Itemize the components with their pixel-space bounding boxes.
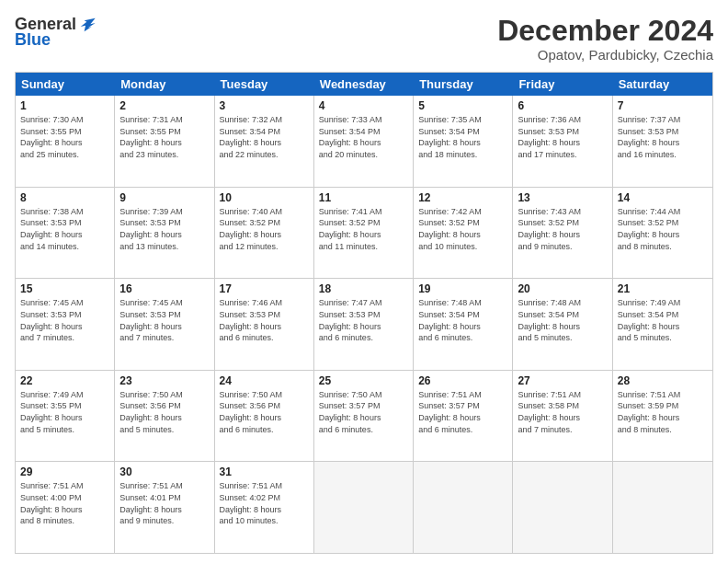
- calendar-cell: 18Sunrise: 7:47 AM Sunset: 3:53 PM Dayli…: [314, 279, 414, 370]
- calendar-cell: [613, 462, 712, 553]
- day-number: 29: [20, 465, 109, 478]
- day-info: Sunrise: 7:35 AM Sunset: 3:54 PM Dayligh…: [418, 114, 507, 160]
- calendar-cell: 29Sunrise: 7:51 AM Sunset: 4:00 PM Dayli…: [16, 462, 115, 553]
- calendar-row: 29Sunrise: 7:51 AM Sunset: 4:00 PM Dayli…: [16, 462, 712, 553]
- header-monday: Monday: [115, 73, 214, 96]
- day-info: Sunrise: 7:50 AM Sunset: 3:56 PM Dayligh…: [220, 389, 309, 435]
- month-title: December 2024: [497, 15, 713, 47]
- day-number: 12: [418, 191, 507, 204]
- day-info: Sunrise: 7:41 AM Sunset: 3:52 PM Dayligh…: [319, 206, 408, 252]
- day-number: 8: [20, 191, 109, 204]
- calendar-cell: [414, 462, 513, 553]
- calendar: Sunday Monday Tuesday Wednesday Thursday…: [15, 72, 713, 554]
- day-info: Sunrise: 7:49 AM Sunset: 3:54 PM Dayligh…: [618, 297, 708, 343]
- day-number: 17: [220, 282, 309, 295]
- day-info: Sunrise: 7:51 AM Sunset: 4:01 PM Dayligh…: [119, 480, 209, 526]
- calendar-cell: 14Sunrise: 7:44 AM Sunset: 3:52 PM Dayli…: [613, 188, 712, 279]
- title-block: December 2024 Opatov, Pardubicky, Czechi…: [497, 15, 713, 63]
- day-info: Sunrise: 7:32 AM Sunset: 3:54 PM Dayligh…: [220, 114, 309, 160]
- calendar-cell: 8Sunrise: 7:38 AM Sunset: 3:53 PM Daylig…: [16, 188, 115, 279]
- day-number: 4: [319, 99, 408, 112]
- day-info: Sunrise: 7:33 AM Sunset: 3:54 PM Dayligh…: [319, 114, 408, 160]
- day-number: 25: [319, 374, 408, 387]
- day-number: 27: [518, 374, 607, 387]
- day-number: 20: [518, 282, 607, 295]
- day-number: 5: [418, 99, 507, 112]
- day-info: Sunrise: 7:50 AM Sunset: 3:56 PM Dayligh…: [119, 389, 209, 435]
- day-info: Sunrise: 7:31 AM Sunset: 3:55 PM Dayligh…: [119, 114, 209, 160]
- calendar-cell: 12Sunrise: 7:42 AM Sunset: 3:52 PM Dayli…: [414, 188, 513, 279]
- day-info: Sunrise: 7:36 AM Sunset: 3:53 PM Dayligh…: [518, 114, 607, 160]
- day-info: Sunrise: 7:40 AM Sunset: 3:52 PM Dayligh…: [220, 206, 309, 252]
- svg-marker-0: [81, 17, 96, 31]
- calendar-row: 22Sunrise: 7:49 AM Sunset: 3:55 PM Dayli…: [16, 371, 712, 463]
- day-number: 22: [20, 374, 109, 387]
- day-info: Sunrise: 7:38 AM Sunset: 3:53 PM Dayligh…: [20, 206, 109, 252]
- header-thursday: Thursday: [414, 73, 513, 96]
- day-info: Sunrise: 7:44 AM Sunset: 3:52 PM Dayligh…: [618, 206, 708, 252]
- calendar-cell: 24Sunrise: 7:50 AM Sunset: 3:56 PM Dayli…: [215, 371, 314, 462]
- calendar-cell: 11Sunrise: 7:41 AM Sunset: 3:52 PM Dayli…: [314, 188, 414, 279]
- day-info: Sunrise: 7:42 AM Sunset: 3:52 PM Dayligh…: [418, 206, 507, 252]
- day-number: 11: [319, 191, 408, 204]
- day-info: Sunrise: 7:51 AM Sunset: 3:59 PM Dayligh…: [618, 389, 708, 435]
- calendar-cell: 16Sunrise: 7:45 AM Sunset: 3:53 PM Dayli…: [115, 279, 214, 370]
- calendar-cell: 20Sunrise: 7:48 AM Sunset: 3:54 PM Dayli…: [513, 279, 612, 370]
- day-number: 31: [220, 465, 309, 478]
- day-info: Sunrise: 7:39 AM Sunset: 3:53 PM Dayligh…: [119, 206, 209, 252]
- day-number: 13: [518, 191, 607, 204]
- day-number: 1: [20, 99, 109, 112]
- page-header: General Blue December 2024 Opatov, Pardu…: [15, 15, 713, 63]
- day-info: Sunrise: 7:45 AM Sunset: 3:53 PM Dayligh…: [119, 297, 209, 343]
- day-info: Sunrise: 7:51 AM Sunset: 4:02 PM Dayligh…: [220, 480, 309, 526]
- logo: General Blue: [15, 15, 97, 50]
- header-saturday: Saturday: [613, 73, 712, 96]
- logo-blue: Blue: [15, 30, 51, 50]
- header-sunday: Sunday: [16, 73, 115, 96]
- main-container: General Blue December 2024 Opatov, Pardu…: [0, 0, 728, 563]
- calendar-cell: 2Sunrise: 7:31 AM Sunset: 3:55 PM Daylig…: [115, 96, 214, 187]
- day-info: Sunrise: 7:46 AM Sunset: 3:53 PM Dayligh…: [220, 297, 309, 343]
- day-info: Sunrise: 7:48 AM Sunset: 3:54 PM Dayligh…: [418, 297, 507, 343]
- calendar-cell: [314, 462, 414, 553]
- day-info: Sunrise: 7:37 AM Sunset: 3:53 PM Dayligh…: [618, 114, 708, 160]
- calendar-body: 1Sunrise: 7:30 AM Sunset: 3:55 PM Daylig…: [16, 96, 712, 553]
- day-number: 19: [418, 282, 507, 295]
- day-info: Sunrise: 7:43 AM Sunset: 3:52 PM Dayligh…: [518, 206, 607, 252]
- day-number: 6: [518, 99, 607, 112]
- calendar-cell: [513, 462, 612, 553]
- calendar-cell: 21Sunrise: 7:49 AM Sunset: 3:54 PM Dayli…: [613, 279, 712, 370]
- calendar-cell: 30Sunrise: 7:51 AM Sunset: 4:01 PM Dayli…: [115, 462, 214, 553]
- location: Opatov, Pardubicky, Czechia: [497, 47, 713, 63]
- calendar-row: 8Sunrise: 7:38 AM Sunset: 3:53 PM Daylig…: [16, 188, 712, 280]
- day-number: 10: [220, 191, 309, 204]
- calendar-cell: 19Sunrise: 7:48 AM Sunset: 3:54 PM Dayli…: [414, 279, 513, 370]
- day-number: 2: [119, 99, 209, 112]
- calendar-cell: 28Sunrise: 7:51 AM Sunset: 3:59 PM Dayli…: [613, 371, 712, 462]
- calendar-cell: 1Sunrise: 7:30 AM Sunset: 3:55 PM Daylig…: [16, 96, 115, 187]
- day-number: 18: [319, 282, 408, 295]
- calendar-cell: 17Sunrise: 7:46 AM Sunset: 3:53 PM Dayli…: [215, 279, 314, 370]
- day-info: Sunrise: 7:45 AM Sunset: 3:53 PM Dayligh…: [20, 297, 109, 343]
- header-wednesday: Wednesday: [314, 73, 414, 96]
- day-number: 9: [119, 191, 209, 204]
- day-number: 14: [618, 191, 708, 204]
- calendar-cell: 26Sunrise: 7:51 AM Sunset: 3:57 PM Dayli…: [414, 371, 513, 462]
- day-number: 21: [618, 282, 708, 295]
- logo-bird-icon: [78, 16, 97, 34]
- calendar-cell: 7Sunrise: 7:37 AM Sunset: 3:53 PM Daylig…: [613, 96, 712, 187]
- day-info: Sunrise: 7:48 AM Sunset: 3:54 PM Dayligh…: [518, 297, 607, 343]
- day-number: 24: [220, 374, 309, 387]
- calendar-cell: 22Sunrise: 7:49 AM Sunset: 3:55 PM Dayli…: [16, 371, 115, 462]
- calendar-row: 1Sunrise: 7:30 AM Sunset: 3:55 PM Daylig…: [16, 96, 712, 188]
- calendar-cell: 6Sunrise: 7:36 AM Sunset: 3:53 PM Daylig…: [513, 96, 612, 187]
- day-number: 26: [418, 374, 507, 387]
- calendar-cell: 4Sunrise: 7:33 AM Sunset: 3:54 PM Daylig…: [314, 96, 414, 187]
- day-info: Sunrise: 7:47 AM Sunset: 3:53 PM Dayligh…: [319, 297, 408, 343]
- day-info: Sunrise: 7:49 AM Sunset: 3:55 PM Dayligh…: [20, 389, 109, 435]
- calendar-cell: 31Sunrise: 7:51 AM Sunset: 4:02 PM Dayli…: [215, 462, 314, 553]
- day-info: Sunrise: 7:50 AM Sunset: 3:57 PM Dayligh…: [319, 389, 408, 435]
- calendar-cell: 9Sunrise: 7:39 AM Sunset: 3:53 PM Daylig…: [115, 188, 214, 279]
- day-info: Sunrise: 7:51 AM Sunset: 3:58 PM Dayligh…: [518, 389, 607, 435]
- day-number: 7: [618, 99, 708, 112]
